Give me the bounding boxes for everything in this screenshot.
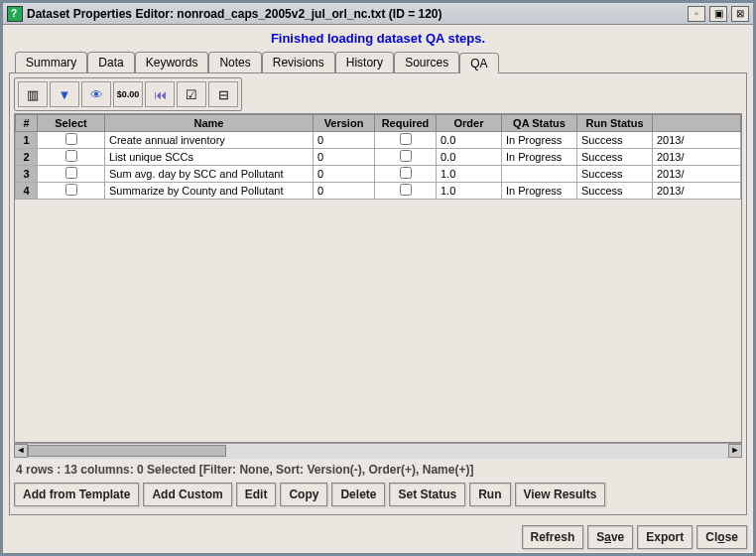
run-status-cell: Success (577, 183, 653, 200)
name-cell: List unique SCCs (105, 149, 314, 166)
table-row[interactable]: 4Summarize by County and Pollutant01.0In… (16, 183, 741, 200)
select-cell[interactable] (38, 149, 105, 166)
name-cell: Create annual inventory (105, 132, 314, 149)
tabs-bar: Summary Data Keywords Notes Revisions Hi… (15, 52, 747, 72)
col-run-status[interactable]: Run Status (577, 115, 653, 132)
copy-button[interactable]: Copy (280, 483, 327, 506)
col-name[interactable]: Name (105, 115, 314, 132)
name-cell: Sum avg. day by SCC and Pollutant (105, 166, 314, 183)
run-status-cell: Success (577, 132, 653, 149)
close-button[interactable]: Close (696, 525, 747, 549)
row-number: 3 (16, 166, 38, 183)
table-header-row: # Select Name Version Required Order QA … (16, 115, 741, 132)
order-cell: 1.0 (437, 183, 502, 200)
export-button[interactable]: Export (637, 525, 693, 549)
save-button[interactable]: Save (587, 525, 633, 549)
first-icon[interactable]: ⏮ (145, 81, 175, 107)
money-format-icon[interactable]: $0.00 (113, 81, 143, 107)
col-order[interactable]: Order (437, 115, 502, 132)
dataset-properties-editor-window: Dataset Properties Editor: nonroad_caps_… (0, 0, 756, 556)
col-rownum[interactable]: # (16, 115, 38, 132)
version-cell: 0 (314, 132, 375, 149)
required-cell[interactable] (375, 166, 437, 183)
extra-cell: 2013/ (653, 132, 741, 149)
delete-button[interactable]: Delete (331, 483, 385, 506)
filter-icon[interactable]: ▼ (50, 81, 79, 107)
required-cell[interactable] (375, 183, 437, 200)
select-checkbox[interactable] (65, 184, 77, 196)
table-status-line: 4 rows : 13 columns: 0 Selected [Filter:… (14, 459, 742, 479)
run-button[interactable]: Run (469, 483, 510, 506)
required-checkbox[interactable] (400, 133, 412, 145)
row-number: 4 (16, 183, 38, 200)
table-row[interactable]: 3Sum avg. day by SCC and Pollutant01.0Su… (16, 166, 741, 183)
view-results-button[interactable]: View Results (515, 483, 606, 506)
required-cell[interactable] (375, 132, 437, 149)
titlebar: Dataset Properties Editor: nonroad_caps_… (3, 3, 753, 25)
maximize-icon[interactable]: ▣ (709, 6, 727, 22)
order-cell: 1.0 (437, 166, 502, 183)
qa-panel: ▥ ▼ 👁 $0.00 ⏮ ☑ ⊟ # Select Name Version (9, 72, 747, 515)
window-title: Dataset Properties Editor: nonroad_caps_… (27, 7, 688, 21)
extra-cell: 2013/ (653, 183, 741, 200)
columns-icon[interactable]: ▥ (18, 81, 48, 107)
tab-qa[interactable]: QA (459, 53, 498, 73)
col-required[interactable]: Required (375, 115, 437, 132)
qa-table: # Select Name Version Required Order QA … (15, 114, 741, 200)
qa-status-cell: In Progress (502, 132, 577, 149)
tab-sources[interactable]: Sources (394, 52, 459, 72)
tab-notes[interactable]: Notes (208, 52, 261, 72)
select-checkbox[interactable] (65, 167, 77, 179)
app-icon (7, 6, 23, 22)
version-cell: 0 (314, 166, 375, 183)
required-checkbox[interactable] (400, 150, 412, 162)
scroll-thumb[interactable] (28, 445, 226, 457)
tab-data[interactable]: Data (87, 52, 134, 72)
col-qa-status[interactable]: QA Status (502, 115, 577, 132)
col-extra[interactable] (653, 115, 741, 132)
select-cell[interactable] (38, 132, 105, 149)
horizontal-scrollbar[interactable]: ◄ ► (14, 443, 742, 459)
col-version[interactable]: Version (314, 115, 375, 132)
table-row[interactable]: 1Create annual inventory00.0In ProgressS… (16, 132, 741, 149)
version-cell: 0 (314, 183, 375, 200)
extra-cell: 2013/ (653, 149, 741, 166)
status-message: Finished loading dataset QA steps. (3, 25, 753, 52)
tab-revisions[interactable]: Revisions (262, 52, 335, 72)
tab-summary[interactable]: Summary (15, 52, 87, 72)
table-row[interactable]: 2List unique SCCs00.0In ProgressSuccess2… (16, 149, 741, 166)
scroll-right-icon[interactable]: ► (728, 444, 742, 458)
select-checkbox[interactable] (65, 150, 77, 162)
required-cell[interactable] (375, 149, 437, 166)
close-window-icon[interactable]: ⊠ (731, 6, 749, 22)
eye-icon[interactable]: 👁 (81, 81, 111, 107)
row-number: 2 (16, 149, 38, 166)
qa-status-cell: In Progress (502, 149, 577, 166)
minimize-icon[interactable]: ▫ (688, 6, 705, 22)
select-cell[interactable] (38, 166, 105, 183)
select-cell[interactable] (38, 183, 105, 200)
required-checkbox[interactable] (400, 184, 412, 196)
scroll-left-icon[interactable]: ◄ (14, 444, 28, 458)
add-from-template-button[interactable]: Add from Template (14, 483, 139, 506)
qa-toolbar: ▥ ▼ 👁 $0.00 ⏮ ☑ ⊟ (14, 77, 242, 111)
set-status-button[interactable]: Set Status (389, 483, 465, 506)
edit-button[interactable]: Edit (236, 483, 277, 506)
tab-history[interactable]: History (335, 52, 394, 72)
order-cell: 0.0 (437, 149, 502, 166)
extra-cell: 2013/ (653, 166, 741, 183)
add-custom-button[interactable]: Add Custom (143, 483, 231, 506)
split-icon[interactable]: ⊟ (208, 81, 238, 107)
qa-status-cell: In Progress (502, 183, 577, 200)
col-select[interactable]: Select (38, 115, 105, 132)
refresh-button[interactable]: Refresh (522, 525, 584, 549)
required-checkbox[interactable] (400, 167, 412, 179)
select-checkbox[interactable] (65, 133, 77, 145)
name-cell: Summarize by County and Pollutant (105, 183, 314, 200)
run-status-cell: Success (577, 166, 653, 183)
checklist-icon[interactable]: ☑ (177, 81, 206, 107)
order-cell: 0.0 (437, 132, 502, 149)
qa-table-container: # Select Name Version Required Order QA … (14, 113, 742, 443)
tab-keywords[interactable]: Keywords (135, 52, 209, 72)
version-cell: 0 (314, 149, 375, 166)
